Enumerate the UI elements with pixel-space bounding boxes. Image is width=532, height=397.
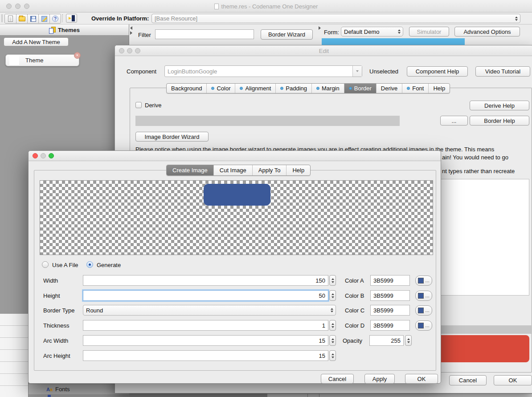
bottom-panel-strip <box>267 393 532 397</box>
override-platform-dropdown[interactable]: [Base Resource] <box>151 14 520 23</box>
tab-create-image[interactable]: Create Image <box>167 165 213 175</box>
height-stepper[interactable] <box>329 290 336 301</box>
video-tutorial-button[interactable]: Video Tutorial <box>475 66 530 77</box>
tab-font[interactable]: Font <box>402 84 428 93</box>
color-c-label: Color C <box>345 307 364 314</box>
image-border-wizard-button[interactable]: Image Border Wizard <box>135 132 209 142</box>
form-dropdown[interactable]: Default Demo <box>341 27 403 36</box>
height-input[interactable] <box>83 290 328 301</box>
wizard-close-button[interactable] <box>33 153 38 158</box>
form-splitter-icon[interactable] <box>319 26 321 30</box>
border-more-button[interactable]: ... <box>440 116 468 126</box>
wizard-ok-label: OK <box>417 376 426 382</box>
wizard-ok-button[interactable]: OK <box>405 374 438 384</box>
tab-alignment[interactable]: Alignment <box>235 84 275 93</box>
arc-height-stepper[interactable] <box>329 350 336 361</box>
chevron-down-icon <box>356 70 359 72</box>
more-label: ... <box>452 117 457 124</box>
arc-height-input[interactable] <box>83 350 328 361</box>
tab-color[interactable]: Color <box>206 84 235 93</box>
color-a-input[interactable] <box>370 275 410 286</box>
save-file-button[interactable] <box>27 14 38 23</box>
tab-padding[interactable]: Padding <box>275 84 311 93</box>
component-combobox[interactable]: LoginButtonGoogle <box>164 65 362 77</box>
fonts-section-body <box>29 394 129 397</box>
add-new-theme-button[interactable]: Add A New Theme <box>4 37 69 46</box>
themes-section-header[interactable]: Themes <box>0 24 129 36</box>
derive-checkbox[interactable] <box>135 102 142 108</box>
edit-window-titlebar: Edit <box>115 45 532 56</box>
advanced-options-button[interactable]: Advanced Options <box>454 27 520 36</box>
exit-button[interactable] <box>66 14 77 23</box>
thickness-stepper[interactable] <box>329 320 336 331</box>
tab-background[interactable]: Background <box>167 84 206 93</box>
width-stepper[interactable] <box>329 275 336 286</box>
generated-border-preview <box>204 184 270 206</box>
left-table-rows[interactable] <box>0 314 29 397</box>
derive-help-label: Derive Help <box>484 102 515 109</box>
image-border-wizard-dialog: Create Image Cut Image Apply To Help Use… <box>28 150 441 384</box>
tab-label: Background <box>171 85 202 92</box>
filter-input[interactable] <box>155 29 254 39</box>
opacity-input[interactable] <box>369 335 404 346</box>
tab-help[interactable]: Help <box>428 84 450 93</box>
opacity-label: Opacity <box>343 337 362 344</box>
exit-door-icon <box>69 15 75 21</box>
wizard-minimize-button[interactable] <box>41 153 46 158</box>
color-d-picker-button[interactable]: … <box>415 320 432 331</box>
edit-button[interactable] <box>38 14 49 23</box>
color-c-picker-button[interactable]: … <box>415 305 432 316</box>
use-a-file-radio[interactable] <box>42 261 49 268</box>
help-icon: ? <box>52 16 58 22</box>
border-wizard-button[interactable]: Border Wizard <box>261 29 313 40</box>
derive-help-button[interactable]: Derive Help <box>470 101 529 110</box>
thickness-input[interactable] <box>83 320 328 331</box>
border-type-dropdown[interactable]: Round <box>83 305 336 316</box>
theme-item-label: Theme <box>25 57 43 64</box>
wizard-apply-button[interactable]: Apply <box>364 374 395 384</box>
open-file-button[interactable] <box>16 14 27 23</box>
dropdown-arrows-icon <box>515 16 518 21</box>
wizard-cancel-button[interactable]: Cancel <box>321 374 354 384</box>
close-theme-icon[interactable]: × <box>74 52 81 59</box>
tab-label: Help <box>433 85 445 92</box>
component-help-button[interactable]: Component Help <box>407 66 468 77</box>
color-b-picker-button[interactable]: … <box>415 291 432 301</box>
toolbar-drag-handle[interactable] <box>1 14 3 22</box>
tab-label: Apply To <box>258 167 281 174</box>
tab-margin[interactable]: Margin <box>311 84 344 93</box>
image-border-wizard-label: Image Border Wizard <box>145 134 200 140</box>
edit-ok-button[interactable]: OK <box>494 375 532 385</box>
tab-derive[interactable]: Derive <box>376 84 402 93</box>
width-input[interactable] <box>83 275 328 286</box>
color-a-swatch <box>418 278 424 284</box>
border-help-button[interactable]: Border Help <box>470 116 529 126</box>
color-d-input[interactable] <box>370 320 410 331</box>
tab-help[interactable]: Help <box>286 165 310 175</box>
color-c-swatch <box>418 308 424 313</box>
arc-width-stepper[interactable] <box>329 335 336 346</box>
opacity-stepper[interactable] <box>405 335 412 346</box>
component-label: Component <box>127 68 156 75</box>
color-a-picker-button[interactable]: … <box>415 275 432 286</box>
color-b-input[interactable] <box>370 290 410 301</box>
edit-cancel-button[interactable]: Cancel <box>449 375 487 385</box>
theme-tab-item[interactable]: Theme × <box>5 54 79 66</box>
arc-width-input[interactable] <box>83 335 328 346</box>
wizard-zoom-button[interactable] <box>49 153 54 158</box>
modified-dot-icon <box>349 87 352 90</box>
generate-radio[interactable] <box>86 261 93 268</box>
component-dropdown-button[interactable] <box>352 66 362 77</box>
color-c-input[interactable] <box>370 305 410 316</box>
main-window-title: theme.res - Codename One Designer <box>221 3 318 10</box>
tab-cut-image[interactable]: Cut Image <box>213 165 252 175</box>
tab-border[interactable]: Border <box>344 84 376 93</box>
wizard-tabbar: Create Image Cut Image Apply To Help <box>166 165 311 176</box>
new-file-button[interactable] <box>5 14 16 23</box>
help-button[interactable]: ? <box>49 14 61 23</box>
simulator-button[interactable]: Simulator <box>409 27 449 36</box>
splitter-collapse-icon[interactable] <box>130 26 132 35</box>
tab-apply-to[interactable]: Apply To <box>252 165 286 175</box>
tab-label: Padding <box>286 85 307 92</box>
form-label: Form: <box>324 29 339 36</box>
